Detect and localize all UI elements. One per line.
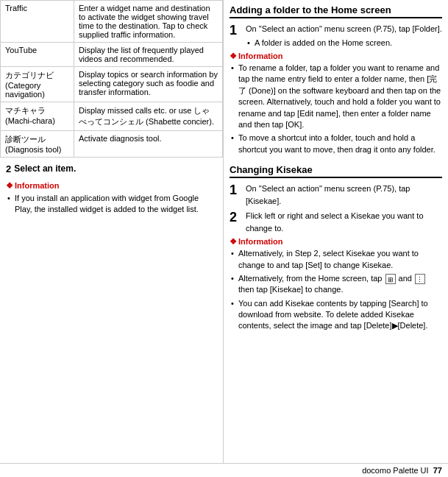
page: TrafficEnter a widget name and destinati… — [0, 0, 448, 477]
step2-info-header: Information — [6, 180, 217, 192]
section2-info-header: Information — [230, 237, 442, 247]
footer-page: 77 — [433, 466, 442, 475]
table-cell-desc: Display the list of frequently played vi… — [74, 43, 223, 67]
left-column: TrafficEnter a widget name and destinati… — [0, 0, 224, 463]
section1-info-block: Information To rename a folder, tap a fo… — [230, 52, 442, 155]
right-step2-num2: 2 — [230, 210, 241, 226]
list-item: To rename a folder, tap a folder you wan… — [230, 63, 442, 130]
list-item: Alternatively, from the Home screen, tap… — [230, 273, 442, 296]
right-column: Adding a folder to the Home screen 1 On … — [224, 0, 448, 463]
list-item: If you install an application with widge… — [6, 193, 217, 216]
step2-number: 2 — [6, 162, 11, 177]
section2-info-block: Information Alternatively, in Step 2, se… — [230, 237, 442, 332]
table-row: 診断ツール (Diagnosis tool)Activate diagnosis… — [1, 131, 223, 158]
table-cell-desc: Display topics or search information by … — [74, 67, 223, 102]
table-cell-desc: Display missed calls etc. or use しゃべってコン… — [74, 102, 223, 131]
right-step1-row: 1 On "Select an action" menu screen (P.7… — [230, 23, 442, 49]
widget-table: TrafficEnter a widget name and destinati… — [0, 0, 223, 158]
table-cell-name: マチキャラ (Machi-chara) — [1, 102, 74, 131]
right-step2-row1: 1 On "Select an action" menu screen (P.7… — [230, 183, 442, 207]
right-step2-num1: 1 — [230, 183, 241, 199]
footer-label: docomo Palette UI — [362, 466, 429, 475]
step2-section: 2 Select an item. Information If you ins… — [0, 158, 223, 222]
right-step2-content1: On "Select an action" menu screen (P.75)… — [246, 183, 442, 207]
right-step2-row2: 2 Flick left or right and select a Kisek… — [230, 210, 442, 234]
right-step2-content2: Flick left or right and select a Kisekae… — [246, 210, 442, 234]
right-step1-sub: A folder is added on the Home screen. — [246, 37, 442, 49]
section2-title: Changing Kisekae — [230, 160, 442, 178]
table-cell-desc: Activate diagnosis tool. — [74, 131, 223, 158]
step2-label: Select an item. — [14, 162, 76, 175]
step2-line: 2 Select an item. — [6, 162, 217, 177]
right-step1-content: On "Select an action" menu screen (P.75)… — [246, 23, 442, 49]
right-step2-text2: Flick left or right and select a Kisekae… — [246, 211, 424, 233]
table-row: YouTubeDisplay the list of frequently pl… — [1, 43, 223, 67]
section1-bullets: To rename a folder, tap a folder you wan… — [230, 63, 442, 155]
table-row: TrafficEnter a widget name and destinati… — [1, 1, 223, 43]
section1-title: Adding a folder to the Home screen — [230, 0, 442, 18]
right-step2-text1: On "Select an action" menu screen (P.75)… — [246, 184, 410, 205]
table-cell-name: Traffic — [1, 1, 74, 43]
section2-bullets: Alternatively, in Step 2, select Kisekae… — [230, 248, 442, 332]
right-step1-text: On "Select an action" menu screen (P.75)… — [246, 24, 442, 33]
table-cell-name: YouTube — [1, 43, 74, 67]
table-cell-name: カテゴリナビ (Category navigation) — [1, 67, 74, 102]
step2-bullets: If you install an application with widge… — [6, 193, 217, 216]
content-area: TrafficEnter a widget name and destinati… — [0, 0, 448, 463]
list-item: Alternatively, in Step 2, select Kisekae… — [230, 248, 442, 271]
section1-info-header: Information — [230, 52, 442, 61]
list-item: To move a shortcut into a folder, touch … — [230, 132, 442, 155]
home-icon: ⊞ — [385, 274, 396, 284]
menu-icon: ⋮ — [415, 274, 425, 284]
list-item: You can add Kisekae contents by tapping … — [230, 298, 442, 332]
right-step1-number: 1 — [230, 23, 241, 39]
table-cell-desc: Enter a widget name and destination to a… — [74, 1, 223, 43]
footer: docomo Palette UI 77 — [0, 463, 448, 477]
table-row: マチキャラ (Machi-chara)Display missed calls … — [1, 102, 223, 131]
table-cell-name: 診断ツール (Diagnosis tool) — [1, 131, 74, 158]
table-row: カテゴリナビ (Category navigation)Display topi… — [1, 67, 223, 102]
